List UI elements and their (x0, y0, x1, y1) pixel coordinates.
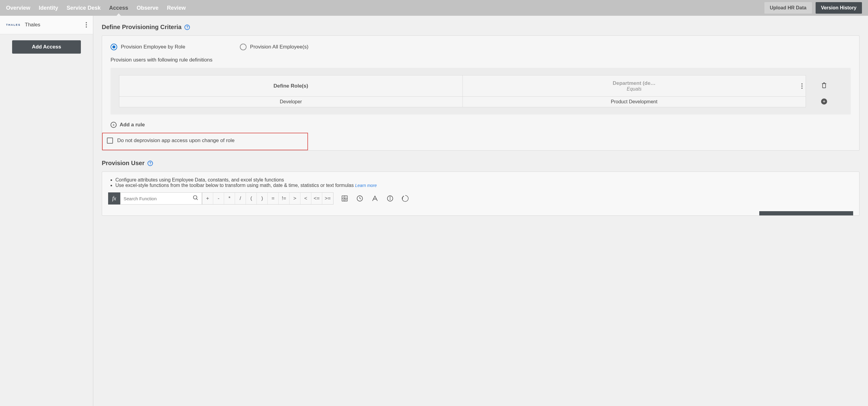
svg-point-18 (403, 196, 404, 197)
role-cell[interactable]: Developer (119, 97, 462, 107)
add-row-icon[interactable]: + (821, 98, 827, 105)
info-bullet-1: Configure attributes using Employee Data… (115, 177, 853, 183)
provisioning-criteria-panel: Provision Employee by Role Provision All… (102, 35, 860, 151)
help-icon[interactable]: ? (184, 25, 190, 30)
delete-rule-icon[interactable] (821, 82, 827, 90)
info-icon[interactable] (382, 193, 398, 204)
radio-label: Provision Employee by Role (121, 44, 185, 50)
rule-column-department: Department (de… Equals Product Developme… (463, 75, 806, 107)
math-icon[interactable] (337, 193, 352, 204)
search-icon[interactable] (193, 195, 199, 202)
deprovision-checkbox-label: Do not deprovision app access upon chang… (117, 138, 235, 144)
provision-user-panel: Configure attributes using Employee Data… (102, 172, 860, 216)
column-header-operator: Equals (627, 86, 642, 92)
info-bullet-2: Use excel-style functions from the toolb… (115, 183, 853, 188)
deprovision-checkbox-row: Do not deprovision app access upon chang… (102, 133, 308, 150)
learn-more-link[interactable]: Learn more (355, 183, 377, 188)
radio-provision-by-role[interactable]: Provision Employee by Role (111, 44, 185, 50)
add-access-button[interactable]: Add Access (12, 40, 81, 54)
version-history-button[interactable]: Version History (816, 2, 862, 13)
section-title-provision-user: Provision User (102, 160, 145, 167)
tab-service-desk[interactable]: Service Desk (67, 0, 100, 16)
top-nav-bar: Overview Identity Service Desk Access Ob… (0, 0, 868, 16)
deprovision-checkbox[interactable] (107, 138, 113, 144)
svg-point-19 (402, 197, 403, 198)
op-multiply[interactable]: * (224, 193, 235, 204)
rule-definitions-label: Provision users with following rule defi… (111, 57, 851, 63)
svg-line-1 (196, 199, 198, 200)
search-function-wrap (120, 193, 202, 204)
info-list: Configure attributes using Employee Data… (108, 177, 853, 188)
column-more-icon[interactable] (801, 83, 803, 89)
radio-icon (240, 44, 247, 50)
svg-point-0 (193, 196, 197, 199)
operator-group: + - * / ( ) = != > < <= >= (202, 193, 334, 204)
fx-icon[interactable]: fx (108, 193, 120, 204)
upload-hr-data-button[interactable]: Upload HR Data (765, 2, 812, 13)
plus-outline-icon: + (111, 122, 117, 128)
top-nav-tabs: Overview Identity Service Desk Access Ob… (6, 0, 186, 16)
add-rule-label: Add a rule (120, 122, 145, 128)
op-gte[interactable]: >= (322, 193, 333, 204)
sidebar: THALES Thales Add Access (0, 16, 93, 406)
department-cell[interactable]: Product Development (463, 97, 806, 107)
svg-line-14 (360, 199, 361, 199)
svg-point-17 (390, 197, 391, 198)
formula-toolbar: fx + - * / ( ) = != > < (108, 193, 853, 204)
tab-identity[interactable]: Identity (39, 0, 58, 16)
op-plus[interactable]: + (202, 193, 213, 204)
op-equals[interactable]: = (268, 193, 279, 204)
op-divide[interactable]: / (235, 193, 246, 204)
text-icon[interactable] (367, 193, 382, 204)
op-lt[interactable]: < (301, 193, 311, 204)
bottom-dark-strip (759, 211, 853, 215)
tab-access[interactable]: Access (109, 0, 128, 16)
svg-point-20 (402, 199, 403, 199)
time-icon[interactable] (352, 193, 367, 204)
op-gt[interactable]: > (289, 193, 301, 204)
stats-icon[interactable] (398, 193, 413, 204)
top-nav-actions: Upload HR Data Version History (765, 2, 862, 13)
tab-review[interactable]: Review (167, 0, 186, 16)
more-options-icon[interactable] (86, 22, 87, 28)
op-lte[interactable]: <= (311, 193, 322, 204)
sidebar-item-thales[interactable]: THALES Thales (0, 16, 93, 34)
op-not-equals[interactable]: != (279, 193, 289, 204)
op-paren-open[interactable]: ( (246, 193, 257, 204)
rule-column-roles: Define Role(s) Developer (119, 75, 463, 107)
op-paren-close[interactable]: ) (257, 193, 268, 204)
function-category-icons (337, 193, 413, 204)
radio-label: Provision All Employee(s) (250, 44, 309, 50)
rule-definition-box: Define Role(s) Developer Department (de…… (111, 68, 851, 115)
thales-logo: THALES (6, 23, 21, 26)
radio-provision-all[interactable]: Provision All Employee(s) (240, 44, 309, 50)
main-content: Define Provisioning Criteria ? Provision… (93, 16, 868, 406)
add-rule-button[interactable]: + Add a rule (111, 122, 851, 128)
help-icon[interactable]: ? (148, 161, 153, 166)
column-header-roles: Define Role(s) (274, 83, 308, 89)
tab-overview[interactable]: Overview (6, 0, 30, 16)
section-title-provisioning-criteria: Define Provisioning Criteria (102, 24, 181, 31)
radio-icon (111, 44, 117, 50)
op-minus[interactable]: - (213, 193, 224, 204)
search-function-input[interactable] (124, 196, 193, 201)
column-header-department: Department (de… (613, 80, 656, 86)
sidebar-item-label: Thales (25, 22, 40, 28)
tab-observe[interactable]: Observe (136, 0, 158, 16)
